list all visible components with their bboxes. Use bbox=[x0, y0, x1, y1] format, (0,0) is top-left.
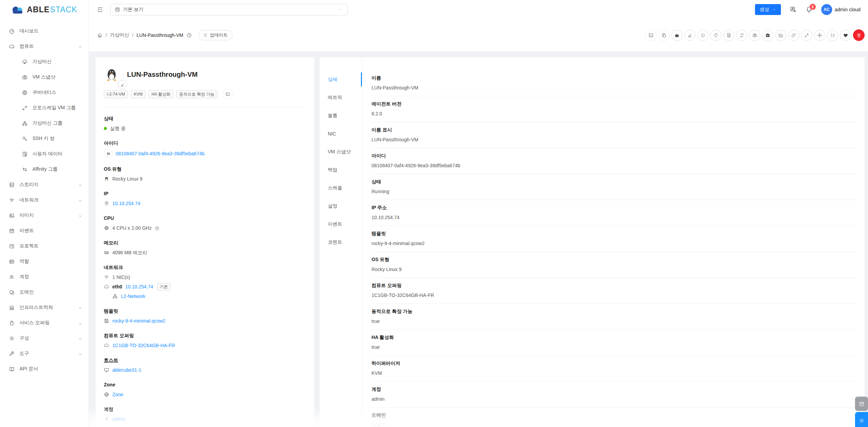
favorite-button[interactable] bbox=[840, 30, 851, 41]
sync-button[interactable] bbox=[736, 30, 747, 41]
ip-link[interactable]: 10.10.254.74 bbox=[112, 200, 140, 207]
sidebar-collapse-button[interactable] bbox=[97, 5, 103, 14]
detail-row-ip: IP 주소10.10.254.74 bbox=[372, 200, 856, 226]
tab-vm-snapshots[interactable]: VM 스냅샷 bbox=[320, 143, 362, 161]
offering-link[interactable]: 1C1GB-TO-32C64GB-HA-FR bbox=[112, 342, 175, 349]
storage-snapshot-button[interactable] bbox=[762, 30, 773, 41]
tab-nic[interactable]: NIC bbox=[320, 125, 362, 143]
tab-volumes[interactable]: 볼륨 bbox=[320, 106, 362, 125]
edit-icon-button[interactable] bbox=[117, 80, 127, 89]
reload-icon bbox=[203, 33, 208, 38]
reinstall-button[interactable] bbox=[723, 30, 734, 41]
os-value: Rocky Linux 9 bbox=[112, 175, 142, 183]
view-select[interactable]: 기본 보기 bbox=[110, 4, 348, 15]
desktop-icon bbox=[104, 367, 109, 373]
console-button[interactable] bbox=[645, 30, 657, 41]
sidebar-item-affinity-groups[interactable]: Affinity 그룹 bbox=[0, 162, 88, 176]
vm-id-link[interactable]: 08108407-0af4-4926-9ea3-39df5eba674b bbox=[116, 150, 205, 157]
section-network: 네트워크 1 NIC(s) eth0 10.10.254.74 기본 L2-Ne… bbox=[104, 264, 306, 300]
cloud-icon bbox=[9, 44, 15, 49]
sidebar-item-compute[interactable]: 컴퓨트 bbox=[0, 40, 88, 53]
heart-icon bbox=[843, 33, 848, 38]
tab-schedule[interactable]: 스케줄 bbox=[320, 179, 362, 197]
sidebar-item-roles[interactable]: 역할 bbox=[0, 255, 88, 268]
migrate-arrow-icon bbox=[804, 33, 809, 38]
edit-button[interactable] bbox=[684, 30, 696, 41]
tab-backup[interactable]: 백업 bbox=[320, 161, 362, 179]
sidebar-item-service-offerings[interactable]: 서비스 오퍼링 bbox=[0, 316, 88, 330]
event-log-button[interactable] bbox=[855, 397, 868, 411]
tab-settings[interactable]: 설정 bbox=[320, 197, 362, 215]
metrics-button[interactable] bbox=[671, 30, 683, 41]
sidebar-item-domains[interactable]: 도메인 bbox=[0, 285, 88, 299]
breadcrumb-item-vms[interactable]: 가상머신 bbox=[110, 32, 129, 38]
gear-icon bbox=[9, 336, 15, 341]
unlink-button[interactable] bbox=[827, 30, 838, 41]
clone-button[interactable] bbox=[658, 30, 670, 41]
sidebar-item-projects[interactable]: 프로젝트 bbox=[0, 239, 88, 253]
notifications-button[interactable]: 3 bbox=[806, 6, 812, 13]
sidebar-item-configuration[interactable]: 구성 bbox=[0, 331, 88, 345]
sidebar-item-network[interactable]: 네트워크 bbox=[0, 193, 88, 207]
sidebar-item-vm-groups[interactable]: 가상머신 그룹 bbox=[0, 116, 88, 130]
network-name-link[interactable]: L2-Network bbox=[121, 293, 145, 300]
update-button[interactable]: 업데이트 bbox=[198, 30, 233, 40]
sidebar-item-events[interactable]: 이벤트 bbox=[0, 224, 88, 238]
tag-hypervisor: KVM bbox=[131, 90, 146, 98]
translate-icon bbox=[790, 6, 797, 13]
template-link[interactable]: rocky-9-4-minimal.qcow2 bbox=[112, 317, 166, 325]
sidebar-item-api-docs[interactable]: API 문서 bbox=[0, 362, 88, 376]
nic-ip-link[interactable]: 10.10.254.74 bbox=[125, 283, 153, 290]
section-id: 아이디 08108407-0af4-4926-9ea3-39df5eba674b bbox=[104, 139, 306, 158]
sidebar-item-images[interactable]: 이미지 bbox=[0, 209, 88, 222]
tab-details[interactable]: 상세 bbox=[320, 70, 362, 88]
power-button[interactable] bbox=[697, 30, 709, 41]
detail-row-agent-version: 에이전트 버전8.2.0 bbox=[372, 96, 856, 122]
sidebar-item-tools[interactable]: 도구 bbox=[0, 347, 88, 360]
host-link[interactable]: ablecube31-1 bbox=[112, 366, 141, 374]
sidebar-item-vm-snapshots[interactable]: VM 스냅샷 bbox=[0, 70, 88, 84]
migrate-button[interactable] bbox=[801, 30, 812, 41]
create-button[interactable]: 생성 bbox=[755, 4, 781, 15]
idcard-icon bbox=[9, 259, 15, 265]
snapshot-button[interactable] bbox=[749, 30, 760, 41]
question-circle-icon[interactable] bbox=[186, 32, 192, 38]
tab-comments[interactable]: 코멘트 bbox=[320, 233, 362, 251]
detail-row-name: 이름LUN-Passthrough-VM bbox=[372, 70, 856, 96]
attach-iso-button[interactable] bbox=[788, 30, 799, 41]
tab-metrics[interactable]: 메트릭 bbox=[320, 88, 362, 106]
sidebar-item-ssh-key-pairs[interactable]: SSH 키 쌍 bbox=[0, 132, 88, 145]
settings-button[interactable] bbox=[855, 412, 868, 427]
scale-button[interactable] bbox=[814, 30, 825, 41]
section-template: 템플릿 rocky-9-4-minimal.qcow2 bbox=[104, 307, 306, 325]
sidebar-item-autoscale-vm-groups[interactable]: 오토스케일 VM 그룹 bbox=[0, 101, 88, 115]
wifi-icon bbox=[9, 197, 15, 203]
barcode-icon bbox=[104, 149, 113, 158]
wrench-icon bbox=[9, 351, 15, 357]
storage-camera-icon bbox=[765, 33, 770, 38]
sidebar-item-user-data[interactable]: 사용자 데이터 bbox=[0, 147, 88, 161]
sidebar-item-storage[interactable]: 스토리지 bbox=[0, 178, 88, 191]
translate-button[interactable] bbox=[790, 6, 797, 13]
home-icon[interactable] bbox=[97, 32, 102, 38]
zone-link[interactable]: Zone bbox=[112, 391, 123, 398]
assign-group-button[interactable] bbox=[775, 30, 786, 41]
account-link[interactable]: admin bbox=[112, 415, 125, 423]
breadcrumb-item-current: LUN-Passthrough-VM bbox=[137, 32, 183, 38]
detail-row-display-name: 이름 표시LUN-Passthrough-VM bbox=[372, 122, 856, 148]
user-menu[interactable]: AC admin cloud bbox=[821, 4, 861, 15]
sidebar-item-infrastructure[interactable]: 인프라스트럭쳐 bbox=[0, 301, 88, 314]
section-os: OS 유형 Rocky Linux 9 bbox=[104, 165, 306, 183]
sidebar-item-kubernetes[interactable]: 쿠버네티스 bbox=[0, 86, 88, 99]
os-logo-tux bbox=[104, 66, 120, 83]
reboot-button[interactable] bbox=[710, 30, 722, 41]
destroy-button[interactable] bbox=[853, 29, 865, 41]
tab-events[interactable]: 이벤트 bbox=[320, 215, 362, 233]
chevron-down-icon bbox=[78, 183, 82, 187]
open-console-button[interactable] bbox=[222, 89, 233, 100]
question-circle-icon[interactable] bbox=[155, 226, 159, 231]
sidebar-item-dashboard[interactable]: 대시보드 bbox=[0, 24, 88, 38]
sidebar-item-vms[interactable]: 가상머신 bbox=[0, 55, 88, 69]
trash-icon bbox=[856, 33, 862, 38]
sidebar-item-accounts[interactable]: 계정 bbox=[0, 270, 88, 284]
